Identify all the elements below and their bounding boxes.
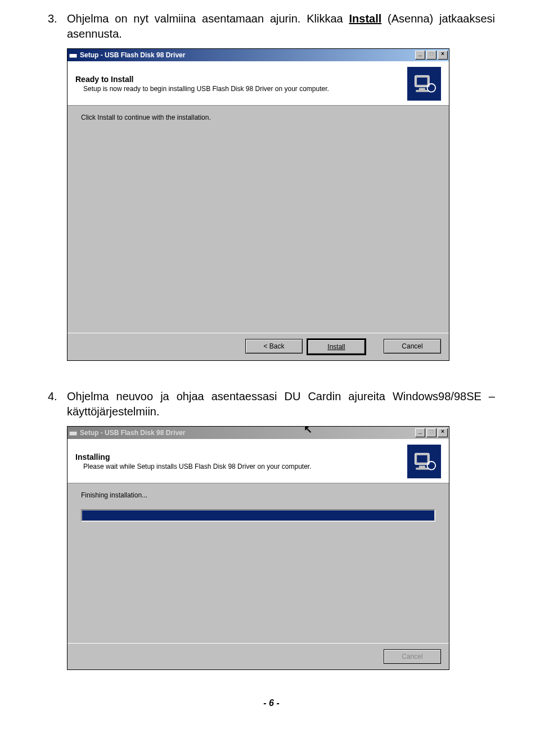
app-icon [69,51,78,60]
svg-rect-10 [417,455,427,463]
svg-point-6 [428,84,436,92]
header-title: Ready to Install [75,75,400,84]
svg-rect-3 [417,78,427,85]
wizard-footer: < Back Install Cancel [68,333,449,360]
app-icon [69,428,78,437]
header-subtitle: Please wait while Setup installs USB Fla… [83,463,400,470]
maximize-button: □ [426,428,436,437]
svg-rect-1 [69,52,77,54]
wizard-header: Installing Please wait while Setup insta… [68,439,449,483]
maximize-button: □ [426,51,436,60]
page-number: - 6 - [48,698,495,708]
svg-rect-11 [419,465,425,468]
wizard-body: Finishing installation... [68,483,449,643]
cancel-button: Cancel [384,649,441,664]
svg-point-13 [428,461,436,470]
header-subtitle: Setup is now ready to begin installing U… [83,85,400,93]
window-title: Setup - USB Flash Disk 98 Driver [80,51,415,59]
wizard-body: Click Install to continue with the insta… [68,106,449,333]
titlebar: Setup - USB Flash Disk 98 Driver _ □ × [68,49,449,61]
svg-rect-4 [419,88,425,90]
install-keyword: Install [349,12,381,25]
svg-rect-8 [69,430,77,432]
back-button[interactable]: < Back [245,339,303,354]
computer-icon [407,445,441,478]
computer-icon [407,67,441,101]
step-text: Ohjelma on nyt valmiina asentamaan ajuri… [67,11,495,42]
minimize-button[interactable]: _ [415,428,425,437]
step-number: 4. [48,389,67,419]
install-button[interactable]: Install [307,339,366,355]
close-button[interactable]: × [438,51,448,60]
svg-rect-5 [416,90,428,92]
titlebar: Setup - USB Flash Disk 98 Driver ↖ _ □ × [68,427,449,439]
svg-rect-12 [416,468,428,470]
close-button[interactable]: × [438,428,448,437]
body-text: Finishing installation... [81,491,435,499]
minimize-button[interactable]: _ [415,51,425,60]
progress-fill [82,510,434,520]
step-text: Ohjelma neuvoo ja ohjaa asentaessasi DU … [67,389,495,419]
wizard-header: Ready to Install Setup is now ready to b… [68,61,449,106]
cancel-button[interactable]: Cancel [384,339,441,354]
setup-window-installing: Setup - USB Flash Disk 98 Driver ↖ _ □ ×… [67,426,449,670]
instruction-step-4: 4. Ohjelma neuvoo ja ohjaa asentaessasi … [48,389,495,419]
header-title: Installing [75,452,400,461]
progress-bar [81,509,435,522]
setup-window-ready: Setup - USB Flash Disk 98 Driver _ □ × R… [67,48,449,361]
step-number: 3. [48,11,67,42]
body-text: Click Install to continue with the insta… [81,114,435,121]
instruction-step-3: 3. Ohjelma on nyt valmiina asentamaan aj… [48,11,495,42]
window-title: Setup - USB Flash Disk 98 Driver [80,429,415,437]
wizard-footer: Cancel [68,643,449,669]
